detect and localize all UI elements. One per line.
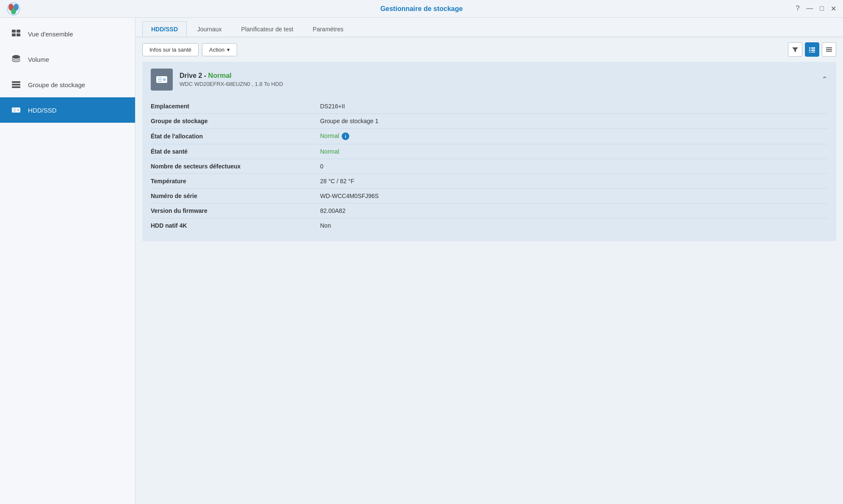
detail-row: EmplacementDS216+II [151,99,828,113]
svg-rect-23 [826,47,832,48]
tab-hdd-ssd[interactable]: HDD/SSD [142,21,187,37]
detail-row: Groupe de stockageGroupe de stockage 1 [151,113,828,128]
window-controls[interactable]: ? — □ ✕ [796,5,836,13]
svg-rect-20 [811,50,815,51]
tabs-bar: HDD/SSD Journaux Planificateur de test P… [135,18,843,37]
detail-row: Nombre de secteurs défectueux0 [151,159,828,174]
menu-view-button[interactable] [822,42,836,57]
detail-row: État de l'allocationNormali [151,128,828,144]
detail-label: Numéro de série [151,193,320,199]
sidebar-item-vue-ensemble[interactable]: Vue d'ensemble [0,21,135,47]
detail-value: Non [320,222,331,229]
svg-rect-5 [17,30,20,33]
detail-row: Température28 °C / 82 °F [151,174,828,188]
drive-details: EmplacementDS216+IIGroupe de stockageGro… [142,97,836,241]
detail-value: Normali [320,132,349,140]
drive-status: Normal [208,72,232,79]
svg-rect-4 [12,30,16,33]
detail-label: Version du firmware [151,207,320,214]
svg-rect-17 [809,47,810,49]
svg-rect-7 [17,33,20,36]
detail-row: Numéro de sérieWD-WCC4M0SFJ96S [151,188,828,203]
detail-row: État de santéNormal [151,144,828,159]
detail-label: Groupe de stockage [151,118,320,124]
sidebar-item-label: Vue d'ensemble [28,30,73,38]
detail-value: 82.00A82 [320,207,345,214]
detail-label: Nombre de secteurs défectueux [151,163,320,170]
sidebar-item-label: HDD/SSD [28,107,57,114]
svg-rect-24 [826,49,832,50]
detail-value: Groupe de stockage 1 [320,118,379,124]
list-view-button[interactable] [805,42,819,57]
sidebar-item-hdd-ssd[interactable]: HDD/SSD [0,97,135,123]
drive-icon [151,69,173,91]
svg-rect-22 [811,52,815,52]
dropdown-arrow-icon: ▾ [227,47,230,53]
collapse-button[interactable]: ⌃ [821,75,828,84]
drive-separator: - [204,72,208,79]
tab-parametres[interactable]: Paramètres [304,21,352,37]
svg-rect-19 [809,50,810,51]
detail-label: État de santé [151,148,320,155]
tab-planificateur[interactable]: Planificateur de test [232,21,302,37]
main-layout: Vue d'ensemble Volume Gro [0,18,843,504]
hdd-icon [10,104,22,116]
svg-rect-6 [12,33,16,36]
maximize-button[interactable]: □ [820,5,824,13]
toolbar-right [788,42,836,57]
svg-rect-10 [12,84,20,85]
toolbar: Infos sur la santé Action ▾ [135,37,843,62]
overview-icon [10,28,22,40]
svg-rect-18 [811,47,815,49]
detail-value: 0 [320,163,323,170]
drive-header: Drive 2 - Normal WDC WD20EFRX-68EUZN0 , … [142,62,836,97]
window-title: Gestionnaire de stockage [380,5,463,13]
volume-icon [10,53,22,65]
drive-subtitle: WDC WD20EFRX-68EUZN0 , 1.8 To HDD [180,81,283,87]
health-info-button[interactable]: Infos sur la santé [142,43,199,56]
detail-value: 28 °C / 82 °F [320,178,354,185]
titlebar: Gestionnaire de stockage ? — □ ✕ [0,0,843,18]
svg-rect-9 [12,81,20,83]
drive-title: Drive 2 - Normal [180,72,283,80]
info-icon[interactable]: i [342,132,349,140]
sidebar: Vue d'ensemble Volume Gro [0,18,135,504]
close-button[interactable]: ✕ [831,5,836,13]
detail-label: HDD natif 4K [151,222,320,229]
detail-label: État de l'allocation [151,133,320,140]
detail-label: Température [151,178,320,185]
svg-point-3 [11,8,16,14]
content-area: HDD/SSD Journaux Planificateur de test P… [135,18,843,504]
sidebar-item-groupe-stockage[interactable]: Groupe de stockage [0,72,135,97]
detail-value: Normal [320,148,339,155]
minimize-button[interactable]: — [806,5,813,13]
svg-rect-25 [826,51,832,52]
app-logo [7,2,20,16]
svg-rect-11 [12,86,20,88]
svg-rect-21 [809,52,810,52]
action-button[interactable]: Action ▾ [202,43,237,56]
detail-row: Version du firmware82.00A82 [151,203,828,218]
sidebar-item-label: Volume [28,56,49,63]
detail-label: Emplacement [151,103,320,110]
group-icon [10,79,22,91]
sidebar-item-volume[interactable]: Volume [0,47,135,72]
sidebar-item-label: Groupe de stockage [28,81,85,88]
tab-journaux[interactable]: Journaux [188,21,231,37]
drive-info: Drive 2 - Normal WDC WD20EFRX-68EUZN0 , … [180,72,283,87]
help-button[interactable]: ? [796,5,799,13]
filter-button[interactable] [788,42,802,57]
detail-value: DS216+II [320,103,345,110]
drive-name: Drive 2 [180,72,202,79]
detail-row: HDD natif 4KNon [151,218,828,233]
svg-point-13 [17,109,19,111]
drive-panel: Drive 2 - Normal WDC WD20EFRX-68EUZN0 , … [142,62,836,241]
svg-point-27 [163,78,166,81]
detail-value: WD-WCC4M0SFJ96S [320,193,379,199]
